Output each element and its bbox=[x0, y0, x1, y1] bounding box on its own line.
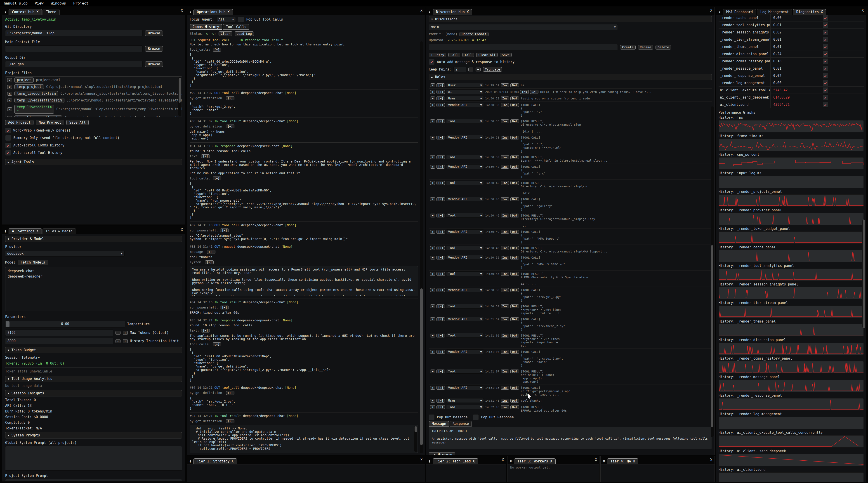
entry-del-button[interactable]: Del bbox=[510, 333, 519, 337]
entry-ins-button[interactable]: Ins bbox=[501, 97, 509, 100]
entry-expand-button[interactable]: [+] bbox=[436, 103, 445, 107]
subtab-response[interactable]: Response bbox=[450, 421, 472, 426]
entry-collapse-button[interactable]: + bbox=[430, 136, 435, 139]
entry-collapse-button[interactable]: + bbox=[430, 197, 435, 201]
entry-del-button[interactable]: Del bbox=[510, 136, 519, 139]
entry-ins-button[interactable]: Ins bbox=[501, 214, 509, 218]
agent-tools-section[interactable]: ▶ Agent Tools bbox=[5, 159, 182, 165]
entry-expand-button[interactable]: [+] bbox=[436, 386, 445, 390]
tab-tier2-techlead[interactable]: Tier 2: Tech Lead X bbox=[433, 458, 478, 464]
entry-ins-button[interactable]: Ins bbox=[501, 333, 509, 337]
entry-expand-button[interactable]: [+] bbox=[436, 90, 445, 94]
model-list-item[interactable]: deepseek-chat bbox=[5, 268, 182, 274]
entry-role-select[interactable]: User▼ bbox=[446, 96, 484, 101]
entry-role-select[interactable]: User▼ bbox=[446, 83, 484, 88]
keep-pairs-plus-button[interactable]: + bbox=[475, 68, 480, 71]
project-chip-button[interactable]: temp_livecontextsim bbox=[14, 91, 58, 96]
entry-role-select[interactable]: Vendor API▼ bbox=[446, 255, 484, 260]
window-menu-icon[interactable]: ▼ bbox=[601, 459, 607, 464]
entry-del-button[interactable]: Del bbox=[510, 272, 519, 276]
output-dir-browse-button[interactable]: Browse bbox=[145, 62, 163, 67]
entry-collapse-button[interactable]: + bbox=[430, 165, 435, 169]
to-history-button[interactable]: -> History bbox=[429, 452, 455, 455]
entry-role-select[interactable]: Vendor API▼ bbox=[446, 317, 484, 321]
expand-button[interactable]: [+] bbox=[226, 125, 235, 128]
checkbox[interactable]: ✔ bbox=[5, 150, 11, 156]
entry-collapse-button[interactable]: + bbox=[430, 84, 435, 87]
entry-collapse-button[interactable]: + bbox=[430, 214, 435, 218]
update-commit-button[interactable]: Update Commit bbox=[460, 32, 489, 36]
entry-del-button[interactable]: Del bbox=[510, 214, 519, 218]
entry-collapse-button[interactable]: + bbox=[430, 90, 435, 94]
entry-expand-button[interactable]: [+] bbox=[436, 230, 445, 234]
entry-ins-button[interactable]: Ins bbox=[501, 317, 509, 321]
entry-collapse-button[interactable]: + bbox=[430, 181, 435, 185]
git-dir-input[interactable]: C:\projects\manual_slop bbox=[5, 30, 143, 36]
entry-collapse-button[interactable]: + bbox=[430, 103, 435, 107]
diag-checkbox[interactable]: ✔ bbox=[823, 66, 829, 71]
entry-collapse-button[interactable]: + bbox=[430, 97, 435, 100]
remove-file-button[interactable]: x bbox=[7, 107, 12, 111]
subtab-message[interactable]: Message bbox=[429, 421, 449, 426]
entry-ins-button[interactable]: Ins bbox=[501, 84, 509, 87]
expand-button[interactable]: [+] bbox=[220, 228, 228, 232]
entry-ins-button[interactable]: Ins bbox=[501, 369, 509, 374]
popout-toolcalls-checkbox[interactable] bbox=[238, 17, 244, 22]
model-list-item[interactable]: deepseek-reasoner bbox=[5, 274, 182, 279]
ctx-new-project-button[interactable]: New Project bbox=[36, 120, 64, 125]
remove-file-button[interactable]: x bbox=[7, 116, 12, 117]
entry-ins-button[interactable]: Ins bbox=[501, 350, 509, 354]
entry-collapse-button[interactable]: + bbox=[430, 304, 435, 308]
rename-button[interactable]: Rename bbox=[638, 45, 653, 50]
close-icon[interactable]: X bbox=[421, 458, 423, 462]
delete-button[interactable]: Delete bbox=[655, 45, 671, 50]
entry-del-button[interactable]: Del bbox=[510, 84, 519, 87]
disc--all-button[interactable]: -All bbox=[448, 53, 460, 57]
entry-expand-button[interactable]: [+] bbox=[436, 369, 445, 374]
entry-role-select[interactable]: AI▼ bbox=[446, 90, 484, 94]
disc-clear-all-button[interactable]: Clear All bbox=[476, 53, 498, 57]
entry-del-button[interactable]: Del bbox=[530, 90, 538, 94]
entry-del-button[interactable]: Del bbox=[510, 350, 519, 354]
output-dir-input[interactable]: ./md_gen bbox=[5, 61, 143, 67]
discussion-name-input[interactable] bbox=[429, 44, 618, 51]
popout-response-checkbox[interactable] bbox=[473, 414, 479, 420]
diag-checkbox[interactable]: ✔ bbox=[823, 87, 829, 93]
entry-collapse-button[interactable]: + bbox=[430, 155, 435, 159]
entry-expand-button[interactable]: [+] bbox=[436, 333, 445, 337]
close-icon[interactable]: X bbox=[710, 8, 712, 13]
scrollbar-thumb[interactable] bbox=[863, 220, 865, 328]
entry-collapse-button[interactable]: + bbox=[430, 288, 435, 292]
checkbox[interactable] bbox=[5, 135, 11, 141]
entry-role-select[interactable]: Tool▼ bbox=[446, 119, 484, 123]
scrollbar-thumb[interactable] bbox=[711, 245, 713, 427]
diag-checkbox[interactable]: ✔ bbox=[823, 44, 829, 50]
remove-file-button[interactable]: x bbox=[7, 92, 12, 96]
loadlog-button[interactable]: Load Log bbox=[235, 31, 254, 36]
entry-collapse-button[interactable]: + bbox=[430, 230, 435, 234]
subtab-tool-calls[interactable]: Tool Calls bbox=[223, 24, 249, 30]
disc-save-button[interactable]: Save bbox=[500, 53, 512, 57]
entry-del-button[interactable]: Del bbox=[510, 399, 519, 402]
entry-del-button[interactable]: Del bbox=[510, 119, 519, 123]
window-menu-icon[interactable]: ▼ bbox=[427, 459, 432, 464]
entry-del-button[interactable]: Del bbox=[510, 317, 519, 321]
entry-ins-button[interactable]: Ins bbox=[501, 103, 509, 107]
project-chip-button[interactable]: temp_liveaisettingssim bbox=[14, 98, 64, 103]
focus-agent-select[interactable]: All▼ bbox=[216, 17, 236, 22]
keep-pairs-input[interactable]: 2 bbox=[454, 67, 466, 72]
entry-expand-button[interactable]: [+] bbox=[436, 288, 445, 292]
truncate-button[interactable]: Truncate bbox=[483, 67, 502, 72]
scrollbar-thumb[interactable] bbox=[179, 78, 181, 103]
entry-role-select[interactable]: Tool▼ bbox=[446, 246, 484, 250]
expand-button[interactable]: [+] bbox=[205, 260, 213, 264]
entry-del-button[interactable]: Del bbox=[510, 288, 519, 292]
entry-role-select[interactable]: Tool▼ bbox=[446, 304, 484, 309]
entry-collapse-button[interactable]: + bbox=[430, 333, 435, 337]
provider-select[interactable]: deepseek▼ bbox=[5, 251, 125, 257]
expand-button[interactable]: [+] bbox=[207, 250, 215, 254]
entry-expand-button[interactable]: [+] bbox=[436, 197, 445, 201]
menu-item-view[interactable]: View bbox=[31, 1, 47, 6]
entry-role-select[interactable]: Vendor API▼ bbox=[446, 103, 484, 107]
close-icon[interactable]: X bbox=[862, 8, 864, 13]
